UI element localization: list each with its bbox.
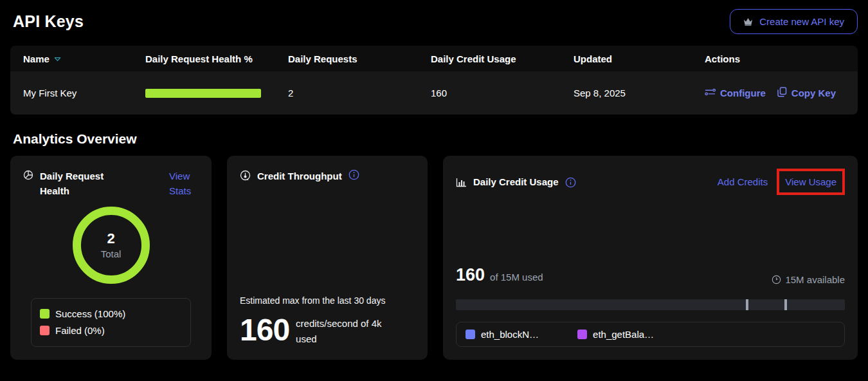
credit-usage-progress-bar	[456, 299, 845, 310]
health-bar	[145, 89, 261, 98]
card-title: Daily Request Health	[40, 169, 111, 199]
gauge-icon	[240, 170, 251, 181]
method-swatch	[577, 330, 587, 339]
throughput-unit: credits/second of 4k used	[296, 316, 399, 347]
daily-requests-value: 2	[288, 88, 431, 98]
crown-icon	[743, 17, 753, 26]
donut-chart: 2 Total	[23, 207, 199, 284]
column-header-updated: Updated	[574, 53, 705, 64]
credit-throughput-card: Credit Throughput Estimated max from the…	[227, 156, 428, 360]
analytics-cards: Daily Request Health View Stats 2 Total …	[10, 156, 858, 360]
card-header: Daily Credit Usage Add Credits View Usag…	[456, 169, 845, 195]
gauge-small-icon	[772, 275, 781, 284]
column-header-actions: Actions	[705, 53, 858, 64]
daily-credit-usage-card: Daily Credit Usage Add Credits View Usag…	[443, 156, 858, 360]
progress-marker	[784, 299, 787, 310]
add-credits-link[interactable]: Add Credits	[718, 174, 768, 189]
failed-swatch	[40, 326, 50, 335]
column-header-credit-usage: Daily Credit Usage	[431, 53, 574, 64]
throughput-subtitle: Estimated max from the last 30 days	[240, 295, 415, 306]
usage-summary: 160 of 15M used 15M available	[456, 265, 845, 285]
sort-chevron-icon	[54, 57, 61, 62]
create-api-key-button[interactable]: Create new API key	[730, 9, 858, 34]
annotation-highlight-box: View Usage	[777, 169, 845, 195]
donut-total-value: 2	[107, 230, 114, 247]
card-header: Daily Request Health View Stats	[23, 169, 199, 199]
info-icon[interactable]	[565, 177, 576, 188]
method-swatch	[466, 330, 475, 339]
card-title: Daily Credit Usage	[473, 174, 559, 189]
legend-item-eth-blocknumber: eth_blockN…	[466, 329, 539, 340]
legend-item-success: Success (100%)	[40, 306, 182, 322]
donut-ring: 2 Total	[73, 207, 150, 284]
info-icon[interactable]	[348, 169, 359, 180]
daily-request-health-card: Daily Request Health View Stats 2 Total …	[10, 156, 212, 360]
health-bar-cell	[145, 89, 288, 98]
analytics-overview-title: Analytics Overview	[13, 131, 868, 147]
api-key-name: My First Key	[23, 88, 145, 98]
column-header-health: Daily Request Health %	[145, 53, 288, 64]
configure-button[interactable]: Configure	[705, 88, 766, 98]
table-row: My First Key 2 160 Sep 8, 2025 Configure	[10, 71, 858, 115]
view-stats-link[interactable]: View Stats	[169, 169, 199, 199]
copy-icon	[777, 87, 787, 99]
throughput-value: 160	[240, 315, 289, 346]
updated-value: Sep 8, 2025	[574, 88, 705, 98]
sliders-icon	[705, 88, 716, 98]
success-swatch	[40, 309, 50, 319]
health-legend: Success (100%) Failed (0%)	[31, 298, 191, 347]
progress-marker	[746, 299, 748, 310]
throughput-stats: Estimated max from the last 30 days 160 …	[240, 295, 415, 347]
legend-item-failed: Failed (0%)	[40, 322, 182, 339]
page-title: API Keys	[13, 12, 84, 31]
view-usage-link[interactable]: View Usage	[785, 176, 836, 187]
credits-used-value: 160	[456, 265, 485, 285]
topbar: API Keys Create new API key	[0, 0, 868, 42]
api-keys-table: Name Daily Request Health % Daily Reques…	[10, 46, 858, 115]
card-header: Credit Throughput	[240, 169, 415, 183]
pie-chart-icon	[23, 170, 33, 199]
credit-usage-legend: eth_blockN… eth_getBala…	[456, 322, 845, 347]
column-header-name[interactable]: Name	[23, 53, 145, 64]
credits-available: 15M available	[772, 274, 845, 285]
bar-chart-icon	[456, 178, 467, 187]
donut-total-label: Total	[101, 248, 122, 259]
column-header-requests: Daily Requests	[288, 53, 431, 64]
card-title: Credit Throughput	[257, 169, 342, 183]
actions-cell: Configure Copy Key	[705, 87, 858, 99]
copy-key-button[interactable]: Copy Key	[777, 87, 836, 99]
legend-item-eth-getbalance: eth_getBala…	[577, 329, 654, 340]
daily-credit-usage-value: 160	[431, 88, 574, 98]
credits-used-suffix: of 15M used	[490, 272, 543, 283]
dashboard-page: API Keys Create new API key Name Daily R…	[0, 0, 868, 381]
table-header-row: Name Daily Request Health % Daily Reques…	[10, 46, 858, 71]
create-api-key-label: Create new API key	[759, 16, 844, 27]
